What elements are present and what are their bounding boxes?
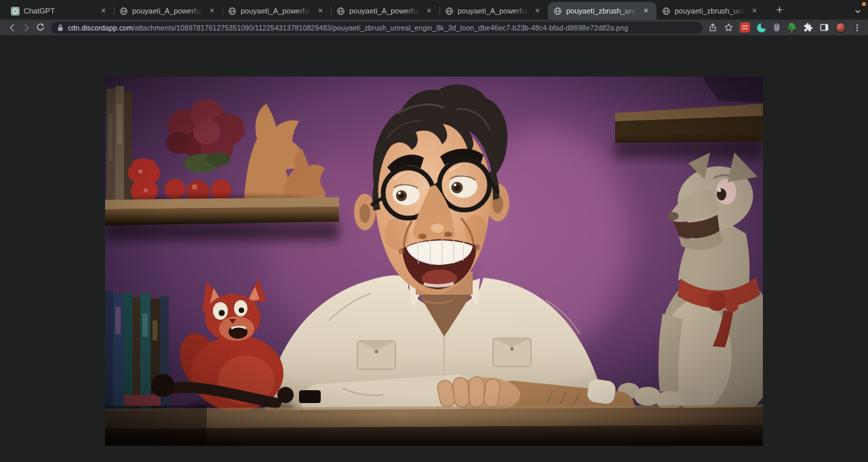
globe-icon [553,7,562,16]
crescent-moon-extension-icon[interactable] [756,22,767,33]
tab-close-icon[interactable]: × [207,6,217,16]
tab-powerful-modern-2[interactable]: pouyaeti_A_powerful_modern × [222,2,331,20]
mouse-extension-icon[interactable] [773,22,781,33]
reload-icon[interactable] [33,20,47,35]
extensions-puzzle-icon[interactable] [803,22,813,33]
url-path: /attachments/1089781761275351090/1122543… [133,24,629,32]
page-content [0,35,868,462]
tab-title: pouyaeti_A_powerful_modern [349,7,420,15]
url-text: cdn.discordapp.com/attachments/108978176… [68,24,628,32]
tab-search-chevron-icon[interactable] [854,6,862,18]
tab-powerful-modern-1[interactable]: pouyaeti_A_powerful_modern × [114,2,222,20]
tab-close-icon[interactable]: × [424,6,434,16]
tab-title: pouyaeti_A_powerful_modern [132,7,203,15]
lock-icon[interactable] [57,24,64,32]
address-bar[interactable]: cdn.discordapp.com/attachments/108978176… [51,22,703,34]
tab-title: pouyaeti_A_powerful_modern [458,7,528,15]
tab-zbrush-unreal-2[interactable]: pouyaeti_zbrush_unreal_engin × [656,2,765,20]
url-domain: cdn.discordapp.com [68,24,133,32]
tab-close-icon[interactable]: × [532,6,542,16]
bookmark-star-icon[interactable] [724,22,734,33]
tab-powerful-modern-3[interactable]: pouyaeti_A_powerful_modern × [331,2,439,20]
back-icon[interactable] [5,20,19,35]
tab-close-icon[interactable]: × [315,6,326,16]
tab-powerful-modern-4[interactable]: pouyaeti_A_powerful_modern × [439,2,548,20]
tab-title: pouyaeti_zbrush_unreal_engin [675,7,745,15]
globe-icon [119,7,128,16]
attachment-image[interactable] [105,77,763,446]
tab-close-icon[interactable]: × [98,6,108,16]
globe-icon [228,7,237,16]
tab-title: pouyaeti_zbrush_unreal_engin [566,7,637,15]
globe-icon [336,7,345,16]
tab-zbrush-unreal-active[interactable]: pouyaeti_zbrush_unreal_engin × [548,2,656,20]
chatgpt-icon [11,7,20,16]
tab-strip: ChatGPT × pouyaeti_A_powerful_modern × p… [0,0,868,20]
globe-icon [445,7,454,16]
browser-window: ChatGPT × pouyaeti_A_powerful_modern × p… [0,0,868,462]
globe-icon [662,7,671,16]
update-notification-dot [862,2,866,6]
forward-icon[interactable] [19,20,33,35]
menu-kebab-icon[interactable] [852,23,862,33]
artwork-scene [105,77,763,446]
side-panel-icon[interactable] [819,22,829,33]
tab-title: pouyaeti_A_powerful_modern [241,7,311,15]
tab-title: ChatGPT [24,7,94,15]
tab-close-icon[interactable]: × [749,6,760,16]
toolbar: cdn.discordapp.com/attachments/108978176… [0,20,868,35]
red-grid-extension-icon[interactable] [740,22,750,33]
toolbar-right-icons [708,22,863,33]
new-tab-button[interactable] [770,1,788,19]
profile-avatar[interactable] [835,22,846,33]
tree-extension-icon[interactable] [787,22,797,33]
share-icon[interactable] [708,22,717,33]
tab-close-icon[interactable]: × [641,6,651,16]
tab-chatgpt[interactable]: ChatGPT × [5,2,114,20]
